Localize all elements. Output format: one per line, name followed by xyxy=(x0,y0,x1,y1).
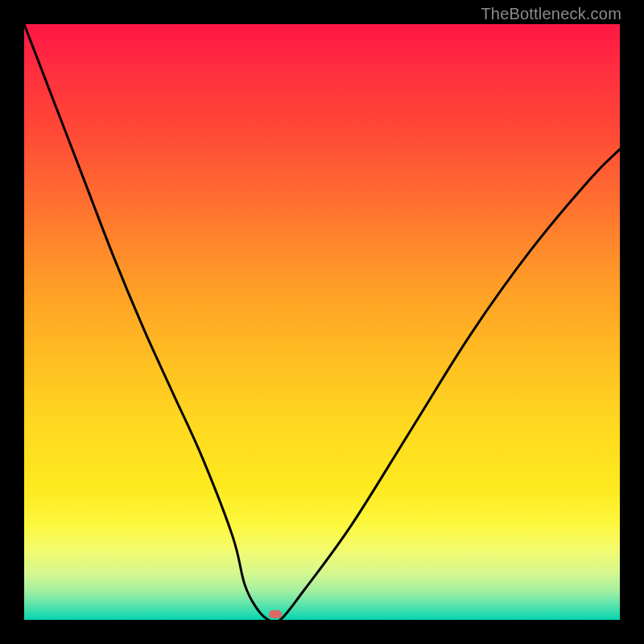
optimal-point-marker xyxy=(269,610,282,618)
watermark-text: TheBottleneck.com xyxy=(481,5,621,23)
chart-container: TheBottleneck.com xyxy=(0,0,644,644)
plot-area xyxy=(24,24,620,620)
bottleneck-curve xyxy=(24,24,620,620)
